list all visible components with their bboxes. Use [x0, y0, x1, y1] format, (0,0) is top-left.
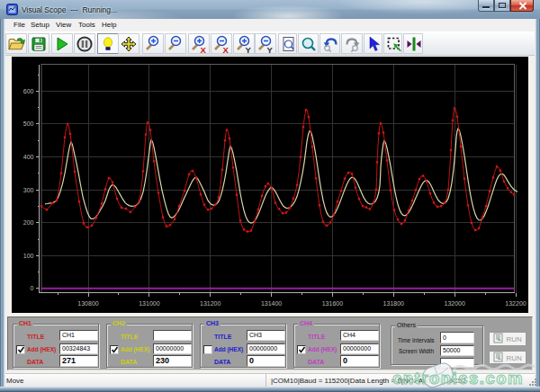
- svg-text:131600: 131600: [322, 300, 343, 307]
- svg-text:131800: 131800: [383, 300, 404, 307]
- svg-text:131200: 131200: [200, 300, 220, 307]
- svg-text:132200: 132200: [505, 300, 526, 307]
- svg-text:X: X: [223, 45, 230, 54]
- svg-text:500: 500: [23, 120, 34, 127]
- svg-text:Y: Y: [246, 45, 252, 54]
- svg-text:131400: 131400: [261, 300, 282, 307]
- svg-text:600: 600: [23, 88, 34, 94]
- svg-text:130800: 130800: [77, 300, 98, 307]
- svg-text:0: 0: [31, 285, 34, 291]
- svg-text:400: 400: [23, 154, 34, 160]
- svg-text:cntronics.com: cntronics.com: [392, 369, 524, 388]
- svg-text:X: X: [201, 45, 207, 54]
- svg-text:132000: 132000: [445, 300, 465, 307]
- svg-text:300: 300: [23, 187, 34, 193]
- svg-text:131000: 131000: [139, 300, 159, 307]
- svg-text:100: 100: [23, 253, 34, 259]
- svg-text:Y: Y: [267, 45, 274, 54]
- svg-text:200: 200: [23, 219, 34, 226]
